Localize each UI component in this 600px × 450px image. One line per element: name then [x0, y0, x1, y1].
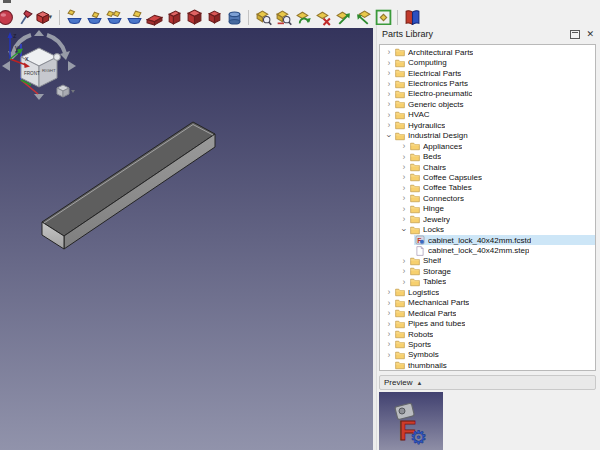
collapse-chevron-icon[interactable]: ›: [400, 225, 408, 235]
expand-chevron-icon[interactable]: ›: [384, 80, 394, 88]
expand-chevron-icon[interactable]: ›: [399, 163, 409, 171]
arrow-up-icon[interactable]: [34, 30, 44, 36]
tree-item[interactable]: ›Electronics Parts: [380, 78, 595, 88]
measure-clear-icon[interactable]: [313, 8, 333, 27]
tree-item[interactable]: ›Symbols: [380, 350, 595, 360]
tree-item-body[interactable]: Generic objects: [394, 99, 595, 109]
expand-chevron-icon[interactable]: ›: [399, 215, 409, 223]
tree-item-body[interactable]: Computing: [394, 57, 595, 67]
tree-item-body[interactable]: Storage: [409, 266, 595, 276]
tree-item[interactable]: ›Storage: [380, 266, 595, 276]
cabinet-lock-model[interactable]: [42, 122, 215, 249]
tree-item-body[interactable]: Tables: [409, 277, 595, 287]
measure-refresh-icon[interactable]: [293, 8, 313, 27]
tree-item[interactable]: ›Sports: [380, 339, 595, 349]
expand-chevron-icon[interactable]: ›: [384, 288, 394, 296]
expand-chevron-icon[interactable]: ›: [399, 173, 409, 181]
tree-item-body[interactable]: Locks: [409, 224, 595, 234]
boolean-common-icon[interactable]: [104, 8, 124, 27]
expand-chevron-icon[interactable]: ›: [399, 153, 409, 161]
mirror-icon[interactable]: [184, 8, 204, 27]
tree-item-body[interactable]: Connectors: [409, 193, 595, 203]
navcube-menu-icon[interactable]: [57, 85, 75, 97]
toggle-delta-measurements-icon[interactable]: [373, 8, 393, 27]
parts-library-icon[interactable]: [402, 8, 422, 27]
tree-item-body[interactable]: Medical Parts: [394, 308, 595, 318]
tree-item[interactable]: ›Mechanical Parts: [380, 298, 595, 308]
float-panel-icon[interactable]: [570, 30, 580, 39]
toggle-all-measurements-icon[interactable]: [333, 8, 353, 27]
tree-item-body[interactable]: Symbols: [394, 350, 595, 360]
tree-item[interactable]: ›Locks: [380, 224, 595, 234]
tree-item[interactable]: ›Industrial Design: [380, 131, 595, 141]
expand-chevron-icon[interactable]: ›: [384, 59, 394, 67]
expand-chevron-icon[interactable]: ›: [384, 309, 394, 317]
tree-item-body[interactable]: Hydraulics: [394, 120, 595, 130]
tree-item-body[interactable]: Sports: [394, 339, 595, 349]
tree-item[interactable]: ›Chairs: [380, 162, 595, 172]
expand-chevron-icon[interactable]: ›: [384, 90, 394, 98]
tree-item-body[interactable]: Shelf: [409, 256, 595, 266]
tree-item-body[interactable]: Electronics Parts: [394, 78, 595, 88]
tree-item[interactable]: ›Coffee Tables: [380, 183, 595, 193]
expand-chevron-icon[interactable]: ›: [384, 330, 394, 338]
tree-item[interactable]: ›Tables: [380, 277, 595, 287]
cube-corner-ball[interactable]: [54, 54, 61, 61]
expand-chevron-icon[interactable]: ›: [384, 100, 394, 108]
tree-item[interactable]: ›Hydraulics: [380, 120, 595, 130]
tree-item[interactable]: Fcabinet_lock_40x42mm.fcstd: [380, 235, 595, 245]
tree-item-body[interactable]: Jewelry: [409, 214, 595, 224]
expand-chevron-icon[interactable]: ›: [384, 320, 394, 328]
arrow-right-icon[interactable]: [68, 61, 76, 71]
expand-chevron-icon[interactable]: ›: [384, 69, 394, 77]
expand-chevron-icon[interactable]: ›: [399, 278, 409, 286]
tree-item[interactable]: thumbnails: [380, 360, 595, 370]
boolean-union-icon[interactable]: [84, 8, 104, 27]
tree-item[interactable]: ›Jewelry: [380, 214, 595, 224]
expand-chevron-icon[interactable]: ›: [399, 184, 409, 192]
box-primitive-icon[interactable]: ▾: [35, 8, 55, 27]
tree-item[interactable]: ›Beds: [380, 151, 595, 161]
dropdown-caret-icon[interactable]: ▾: [49, 13, 55, 21]
tree-item[interactable]: ›Appliances: [380, 141, 595, 151]
tree-item[interactable]: cabinet_lock_40x42mm.step: [380, 245, 595, 255]
tree-item-body[interactable]: Electrical Parts: [394, 68, 595, 78]
navcube-right-label[interactable]: RIGHT: [42, 68, 56, 73]
tree-item-body[interactable]: Electro-pneumatic: [394, 89, 595, 99]
tree-item[interactable]: ›Shelf: [380, 256, 595, 266]
tree-item-body[interactable]: Appliances: [409, 141, 595, 151]
tree-item-body[interactable]: thumbnails: [394, 360, 595, 370]
expand-chevron-icon[interactable]: ›: [384, 340, 394, 348]
tree-item-body[interactable]: Architectural Parts: [394, 47, 595, 57]
tree-item[interactable]: ›Coffee Capsules: [380, 172, 595, 182]
expand-chevron-icon[interactable]: ›: [399, 142, 409, 150]
tree-item[interactable]: ›Logistics: [380, 287, 595, 297]
tree-item-body[interactable]: Mechanical Parts: [394, 298, 595, 308]
sphere-primitive-icon[interactable]: [0, 8, 15, 27]
measure-linear-icon[interactable]: [253, 8, 273, 27]
tree-item[interactable]: ›HVAC: [380, 110, 595, 120]
boolean-cut-icon[interactable]: [124, 8, 144, 27]
expand-chevron-icon[interactable]: ›: [384, 121, 394, 129]
extrude-icon[interactable]: [144, 8, 164, 27]
tree-item-body[interactable]: Logistics: [394, 287, 595, 297]
tree-item-body[interactable]: Industrial Design: [394, 131, 595, 141]
boolean-compound-icon[interactable]: [64, 8, 84, 27]
sweep-icon[interactable]: [224, 8, 244, 27]
tree-item[interactable]: ›Generic objects: [380, 99, 595, 109]
tree-item-body[interactable]: cabinet_lock_40x42mm.step: [414, 245, 595, 255]
tree-item-body[interactable]: HVAC: [394, 110, 595, 120]
expand-chevron-icon[interactable]: ›: [384, 48, 394, 56]
expand-chevron-icon[interactable]: ›: [384, 351, 394, 359]
tree-item[interactable]: ›Architectural Parts: [380, 47, 595, 57]
revolve-icon[interactable]: [164, 8, 184, 27]
expand-chevron-icon[interactable]: ›: [399, 205, 409, 213]
tree-item[interactable]: ›Medical Parts: [380, 308, 595, 318]
fillet-icon[interactable]: [204, 8, 224, 27]
3d-viewport[interactable]: FRONT RIGHT z x y: [0, 28, 373, 450]
tree-item-body[interactable]: Hinge: [409, 204, 595, 214]
expand-chevron-icon[interactable]: ›: [384, 111, 394, 119]
shape-builder-icon[interactable]: [15, 8, 35, 27]
collapse-chevron-icon[interactable]: ›: [385, 131, 393, 141]
expand-chevron-icon[interactable]: ›: [399, 194, 409, 202]
